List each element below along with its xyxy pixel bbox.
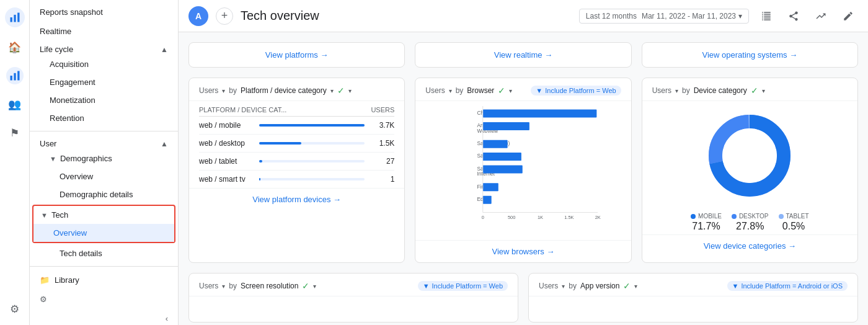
sidebar-item-reports-snapshot[interactable]: Reports snapshot	[30, 2, 178, 22]
donut-chart	[700, 106, 799, 205]
filter-icon: ▼	[536, 87, 542, 94]
svg-text:500: 500	[508, 215, 515, 220]
view-platforms-link[interactable]: View platforms →	[189, 43, 404, 67]
svg-rect-19	[483, 166, 523, 174]
appversion-options-dropdown[interactable]: ▾	[634, 283, 637, 290]
lifecycle-collapse-icon[interactable]: ▲	[161, 45, 168, 54]
lifecycle-section: Life cycle ▲	[30, 41, 178, 55]
platform-card-header: Users ▾ by Platform / device category ▾ …	[189, 78, 404, 101]
sidebar-item-tech-overview[interactable]: Overview	[33, 224, 174, 242]
view-operating-systems-link[interactable]: View operating systems →	[642, 43, 857, 67]
screen-options-dropdown[interactable]: ▾	[313, 283, 316, 290]
sidebar-item-monetization[interactable]: Monetization	[30, 91, 178, 109]
legend-pct: 0.5%	[782, 221, 805, 232]
date-range-picker[interactable]: Last 12 months Mar 11, 2022 - Mar 11, 20…	[579, 9, 749, 24]
user-collapse-icon[interactable]: ▲	[161, 140, 168, 148]
device-metric-dropdown[interactable]: ▾	[675, 87, 678, 94]
row-value: 3.7K	[372, 121, 394, 130]
appversion-dimension-label: App version	[580, 282, 619, 290]
sidebar-item-engagement[interactable]: Engagement	[30, 73, 178, 91]
acquisition-label: Acquisition	[50, 60, 89, 69]
add-button[interactable]: +	[216, 7, 233, 25]
tech-details-label: Tech details	[60, 249, 102, 258]
platform-dim-dropdown[interactable]: ▾	[330, 87, 334, 94]
screen-filter-icon: ▼	[423, 282, 430, 290]
settings-icon[interactable]: ⚙	[6, 300, 24, 318]
sidebar: Reports snapshot Realtime Life cycle ▲ A…	[30, 0, 179, 325]
device-card-header: Users ▾ by Device category ✓ ▾	[642, 78, 857, 101]
platform-table-body: PLATFORM / DEVICE CAT... USERS web / mob…	[189, 101, 404, 188]
svg-rect-20	[483, 183, 498, 191]
svg-text:2K: 2K	[595, 215, 601, 220]
compare-icon[interactable]	[811, 6, 831, 26]
row-platform-label: web / mobile	[199, 121, 252, 130]
sidebar-nav: Reports snapshot Realtime Life cycle ▲ A…	[30, 0, 178, 325]
platform-metric-dropdown[interactable]: ▾	[222, 87, 225, 94]
table-row: web / tablet 27	[199, 153, 394, 171]
device-options-dropdown[interactable]: ▾	[762, 87, 765, 94]
users-col-header: USERS	[371, 106, 394, 114]
screen-dimension-label: Screen resolution	[241, 282, 298, 290]
screen-metric-dropdown[interactable]: ▾	[222, 283, 225, 290]
sidebar-item-realtime[interactable]: Realtime	[30, 22, 178, 41]
realtime-label: Realtime	[40, 27, 71, 36]
platform-table-rows: web / mobile 3.7K web / desktop 1.5K web…	[199, 117, 394, 188]
view-browsers-link[interactable]: View browsers →	[415, 240, 631, 262]
bar-chart-icon[interactable]	[6, 67, 24, 84]
sidebar-item-retention[interactable]: Retention	[30, 109, 178, 127]
share-icon[interactable]	[784, 6, 804, 26]
browser-filter-badge: ▼ Include Platform = Web	[531, 86, 621, 96]
row-value: 1.5K	[372, 139, 394, 148]
analytics-logo-icon[interactable]	[5, 7, 25, 27]
library-label: Library	[55, 275, 79, 285]
view-platform-devices-link[interactable]: View platform devices →	[189, 188, 404, 210]
view-device-categories-link[interactable]: View device categories →	[642, 234, 857, 257]
screen-check-icon: ✓	[302, 281, 309, 291]
edit-icon[interactable]	[838, 6, 858, 26]
legend-label: MOBILE	[691, 213, 722, 220]
donut-legend: MOBILE 71.7% DESKTOP 27.8% TABLET 0.5%	[642, 208, 857, 234]
divider-1	[30, 131, 178, 131]
flag-icon[interactable]: ⚑	[6, 124, 24, 141]
sidebar-item-tech-details[interactable]: Tech details	[30, 244, 178, 262]
customize-report-icon[interactable]	[756, 6, 776, 26]
collapse-icon: ‹	[166, 314, 168, 323]
platform-metric-label: Users	[199, 86, 218, 95]
row-bar-wrap	[259, 124, 365, 127]
sidebar-item-overview[interactable]: Overview	[30, 167, 178, 185]
row-bar-wrap	[259, 142, 365, 145]
sidebar-item-demographic-details[interactable]: Demographic details	[30, 185, 178, 203]
platform-options-dropdown[interactable]: ▾	[348, 87, 352, 94]
sidebar-collapse-button[interactable]: ‹	[30, 309, 178, 325]
user-avatar[interactable]: A	[188, 6, 208, 26]
browser-chart-area: Chrome Android Webview Safari (in-app) S…	[415, 101, 631, 240]
row-bar-wrap	[259, 160, 365, 162]
people-icon[interactable]: 👥	[6, 96, 24, 113]
svg-text:0: 0	[482, 215, 484, 220]
legend-item: MOBILE 71.7%	[691, 213, 722, 232]
legend-dot-icon	[779, 214, 784, 219]
row-bar-wrap	[259, 178, 365, 180]
app-version-card: Users ▾ by App version ✓ ▾ ▼ Include Pla…	[528, 273, 858, 323]
screen-resolution-card: Users ▾ by Screen resolution ✓ ▾ ▼ Inclu…	[188, 273, 518, 323]
sidebar-bottom: ⚙	[30, 290, 178, 309]
sidebar-item-settings[interactable]: ⚙	[30, 290, 178, 309]
appversion-filter-icon: ▼	[732, 282, 739, 290]
svg-rect-17	[483, 140, 508, 148]
tech-overview-label: Overview	[53, 228, 87, 238]
demographics-label: Demographics	[60, 154, 112, 163]
browser-options-dropdown[interactable]: ▾	[509, 87, 512, 94]
view-realtime-link[interactable]: View realtime →	[415, 43, 631, 67]
sidebar-item-library[interactable]: 📁 Library	[30, 270, 178, 290]
device-check-icon: ✓	[751, 86, 758, 96]
appversion-metric-dropdown[interactable]: ▾	[562, 283, 565, 290]
sidebar-item-acquisition[interactable]: Acquisition	[30, 55, 178, 73]
browser-bar-chart: Chrome Android Webview Safari (in-app) S…	[425, 106, 621, 238]
sidebar-item-tech[interactable]: ▼ Tech	[33, 206, 174, 224]
engagement-label: Engagement	[50, 78, 95, 87]
home-icon[interactable]: 🏠	[6, 38, 24, 56]
sidebar-item-demographics[interactable]: ▼ Demographics	[30, 149, 178, 167]
browser-metric-dropdown[interactable]: ▾	[449, 87, 452, 94]
main-content: A + Tech overview Last 12 months Mar 11,…	[179, 0, 868, 325]
platform-col-header: PLATFORM / DEVICE CAT...	[199, 106, 286, 114]
